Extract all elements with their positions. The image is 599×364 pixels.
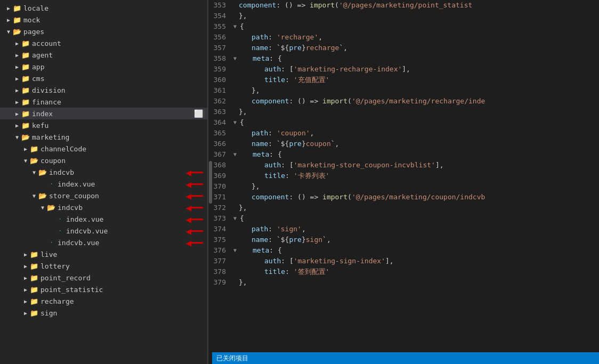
sidebar-item-finance[interactable]: ▶ 📁 finance bbox=[0, 96, 207, 108]
folder-icon: 📂 bbox=[13, 27, 21, 36]
spacer bbox=[47, 227, 55, 235]
chevron-icon: ▶ bbox=[13, 121, 21, 130]
folder-icon: 📁 bbox=[21, 98, 30, 106]
arrow-indicator: ◀━━ bbox=[185, 214, 203, 225]
sidebar-item-cms[interactable]: ▶ 📁 cms bbox=[0, 72, 207, 84]
sidebar-item-label: point_statistic bbox=[41, 286, 103, 294]
code-line-353: 353 component: () => import('@/pages/mar… bbox=[212, 0, 599, 11]
line-number: 355 bbox=[212, 21, 231, 32]
sidebar-item-agent[interactable]: ▶ 📁 agent bbox=[0, 49, 207, 61]
sidebar-item-index-vue1[interactable]: ⬝ index.vue ◀━━ bbox=[0, 178, 207, 190]
sidebar-item-point-record[interactable]: ▶ 📁 point_record bbox=[0, 272, 207, 284]
fold-button[interactable]: ▼ bbox=[231, 119, 239, 126]
sidebar-item-sign[interactable]: ▶ 📁 sign bbox=[0, 307, 207, 319]
code-text: }, bbox=[239, 203, 247, 213]
sidebar-item-pages[interactable]: ▼ 📂 pages bbox=[0, 26, 207, 37]
line-number: 356 bbox=[212, 32, 231, 43]
file-icon: ⬝ bbox=[55, 215, 64, 223]
folder-icon: 📁 bbox=[30, 273, 38, 282]
sidebar-item-index-vue2[interactable]: ⬝ index.vue ◀━━ bbox=[0, 213, 207, 225]
chevron-icon: ▼ bbox=[21, 156, 30, 165]
code-line-374: 374 path: 'sign', bbox=[212, 224, 599, 234]
file-explorer: ▶ 📁 locale ▶ 📁 mock ▼ 📂 pages ▶ 📁 accoun… bbox=[0, 0, 208, 364]
code-line-377: 377 auth: ['marketing-sign-index'], bbox=[212, 256, 599, 266]
line-number: 376 bbox=[212, 245, 231, 256]
sidebar-item-channelcode[interactable]: ▶ 📁 channelCode bbox=[0, 143, 207, 155]
code-line-356: 356 path: 'recharge', bbox=[212, 32, 599, 43]
sidebar-item-index[interactable]: ▶ 📁 index ⬜ bbox=[0, 108, 207, 119]
sidebar-item-indcvb-vue2[interactable]: ⬝ indcvb.vue ◀━━ bbox=[0, 237, 207, 248]
folder-icon: 📁 bbox=[13, 4, 21, 12]
sidebar-item-label: coupon bbox=[41, 157, 66, 165]
code-text: { bbox=[240, 21, 244, 32]
file-icon: ⬝ bbox=[47, 180, 55, 188]
code-line-359: 359 auth: ['marketing-recharge-index'], bbox=[212, 64, 599, 75]
code-text: title: '卡券列表' bbox=[239, 171, 329, 181]
sidebar-item-label: live bbox=[41, 250, 57, 258]
line-number: 353 bbox=[212, 0, 231, 11]
sidebar-item-account[interactable]: ▶ 📁 account bbox=[0, 37, 207, 49]
folder-icon: 📂 bbox=[21, 133, 30, 141]
chevron-icon: ▼ bbox=[30, 191, 38, 200]
line-number: 371 bbox=[212, 192, 231, 203]
code-line-375: 375 name: `${pre}sign`, bbox=[212, 234, 599, 245]
chevron-icon: ▼ bbox=[13, 133, 21, 141]
code-text: { bbox=[240, 117, 244, 128]
code-line-357: 357 name: `${pre}recharge`, bbox=[212, 43, 599, 53]
code-line-355: 355 ▼ { bbox=[212, 21, 599, 32]
line-number: 375 bbox=[212, 234, 231, 245]
fold-button[interactable]: ▼ bbox=[231, 247, 239, 254]
sidebar-item-indcvb[interactable]: ▼ 📂 indcvb ◀━━ bbox=[0, 166, 207, 178]
fold-button[interactable]: ▼ bbox=[231, 151, 239, 158]
code-text: auth: ['marketing-recharge-index'], bbox=[239, 64, 410, 75]
new-file-button[interactable]: ⬜ bbox=[192, 109, 205, 118]
code-text: meta: { bbox=[240, 53, 282, 64]
sidebar-item-label: index.vue bbox=[58, 180, 95, 188]
folder-icon: 📁 bbox=[21, 62, 30, 71]
sidebar-item-indcvb-vue1[interactable]: ⬝ indcvb.vue ◀━━ bbox=[0, 225, 207, 237]
sidebar-item-marketing[interactable]: ▼ 📂 marketing bbox=[0, 131, 207, 143]
scrollbar-area[interactable] bbox=[208, 0, 212, 364]
code-text: }, bbox=[239, 11, 247, 21]
code-text: component: () => import('@/pages/marketi… bbox=[239, 96, 485, 107]
sidebar-item-recharge[interactable]: ▶ 📁 recharge bbox=[0, 295, 207, 307]
folder-icon: 📁 bbox=[21, 74, 30, 83]
folder-icon: 📁 bbox=[21, 109, 30, 118]
code-text: path: 'coupon', bbox=[239, 128, 314, 139]
folder-icon: 📁 bbox=[21, 51, 30, 59]
code-line-371: 371 component: () => import('@/pages/mar… bbox=[212, 192, 599, 203]
line-number: 358 bbox=[212, 53, 231, 64]
sidebar-item-locale[interactable]: ▶ 📁 locale bbox=[0, 2, 207, 14]
sidebar-item-point-statistic[interactable]: ▶ 📁 point_statistic bbox=[0, 284, 207, 295]
sidebar-item-label: channelCode bbox=[41, 145, 86, 153]
code-text: meta: { bbox=[240, 245, 282, 256]
sidebar-item-indcvb2[interactable]: ▼ 📂 indcvb ◀━━ bbox=[0, 201, 207, 213]
spacer bbox=[38, 238, 47, 247]
sidebar-item-store-coupon[interactable]: ▼ 📂 store_coupon ◀━━ bbox=[0, 190, 207, 201]
line-number: 378 bbox=[212, 266, 231, 277]
sidebar-item-label: finance bbox=[32, 98, 61, 106]
sidebar-item-label: marketing bbox=[32, 133, 69, 141]
sidebar-item-live[interactable]: ▶ 📁 live bbox=[0, 248, 207, 260]
chevron-icon: ▶ bbox=[21, 262, 30, 270]
code-text: title: '充值配置' bbox=[239, 75, 329, 85]
sidebar-item-app[interactable]: ▶ 📁 app bbox=[0, 61, 207, 72]
folder-icon: 📁 bbox=[30, 262, 38, 270]
line-number: 368 bbox=[212, 160, 231, 171]
fold-button[interactable]: ▼ bbox=[231, 23, 239, 30]
fold-button[interactable]: ▼ bbox=[231, 215, 239, 222]
code-text: path: 'sign', bbox=[239, 224, 306, 234]
line-number: 377 bbox=[212, 256, 231, 266]
status-text: 已关闭项目 bbox=[216, 354, 248, 363]
arrow-indicator: ◀━━ bbox=[185, 167, 203, 178]
sidebar-item-mock[interactable]: ▶ 📁 mock bbox=[0, 14, 207, 26]
line-number: 361 bbox=[212, 85, 231, 96]
sidebar-item-kefu[interactable]: ▶ 📁 kefu bbox=[0, 119, 207, 131]
sidebar-item-lottery[interactable]: ▶ 📁 lottery bbox=[0, 260, 207, 272]
code-text: }, bbox=[239, 181, 260, 192]
sidebar-item-division[interactable]: ▶ 📁 division bbox=[0, 84, 207, 96]
sidebar-item-coupon[interactable]: ▼ 📂 coupon bbox=[0, 155, 207, 166]
fold-button[interactable]: ▼ bbox=[231, 55, 239, 62]
code-line-360: 360 title: '充值配置' bbox=[212, 75, 599, 85]
line-number: 370 bbox=[212, 181, 231, 192]
